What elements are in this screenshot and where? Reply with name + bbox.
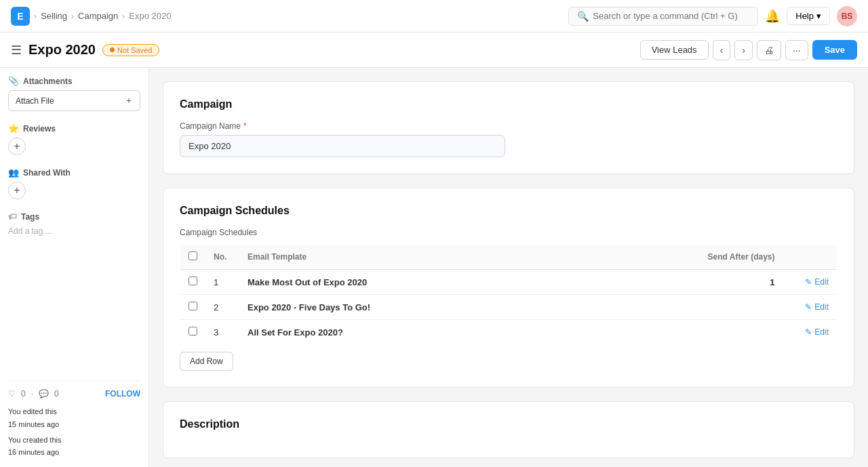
edit-icon: ✎ — [805, 302, 812, 312]
tags-title: 🏷 Tags — [8, 211, 140, 222]
row-edit-cell: ✎ Edit — [783, 295, 837, 320]
schedules-label: Campaign Schedules — [180, 228, 837, 237]
notifications-button[interactable]: 🔔 — [765, 9, 780, 24]
select-all-checkbox[interactable] — [189, 251, 197, 260]
sep-3: › — [122, 12, 125, 21]
status-badge-label: Not Saved — [117, 46, 152, 54]
add-tag-input[interactable]: Add a tag ... — [8, 226, 52, 236]
col-header-edit — [783, 245, 837, 270]
sidebar: 📎 Attachments Attach File ＋ ⭐ Reviews + … — [0, 68, 149, 467]
schedules-card: Campaign Schedules Campaign Schedules No… — [163, 188, 854, 388]
campaign-name-label: Campaign Name * — [180, 121, 837, 131]
edit-icon: ✎ — [805, 277, 812, 287]
save-button[interactable]: Save — [812, 40, 857, 60]
campaign-card-title: Campaign — [180, 98, 837, 110]
main-content: Campaign Campaign Name * Campaign Schedu… — [149, 68, 868, 467]
row-edit-cell: ✎ Edit — [783, 270, 837, 295]
row-checkbox[interactable] — [189, 277, 197, 285]
page-title: Expo 2020 — [28, 42, 96, 58]
col-header-check — [180, 245, 206, 270]
sidebar-toggle-button[interactable]: ☰ — [11, 43, 22, 58]
follow-button[interactable]: FOLLOW — [105, 389, 140, 399]
tags-icon: 🏷 — [8, 211, 17, 222]
breadcrumb-area: E › Selling › Campaign › Expo 2020 — [11, 7, 171, 26]
sidebar-footer: ♡ 0 · 💬 0 FOLLOW You edited this 15 minu… — [8, 380, 140, 459]
row-edit-cell: ✎ Edit — [783, 320, 837, 345]
row-check-cell — [180, 270, 206, 295]
row-send-after — [648, 320, 783, 345]
attachments-section: 📎 Attachments Attach File ＋ — [8, 76, 140, 111]
row-check-cell — [180, 295, 206, 320]
row-no: 2 — [205, 295, 239, 320]
row-checkbox[interactable] — [189, 302, 197, 310]
campaign-card: Campaign Campaign Name * — [163, 81, 854, 174]
attach-file-plus-icon: ＋ — [125, 95, 133, 106]
print-button[interactable]: 🖨 — [757, 40, 781, 60]
breadcrumb-campaign[interactable]: Campaign — [78, 11, 118, 21]
add-row-button[interactable]: Add Row — [180, 352, 233, 371]
status-badge: Not Saved — [102, 44, 159, 56]
more-options-button[interactable]: ··· — [785, 40, 808, 60]
comment-icon: 💬 — [39, 389, 49, 399]
row-template: Expo 2020 - Five Days To Go! — [239, 295, 648, 320]
reviews-title: ⭐ Reviews — [8, 123, 140, 134]
edit-link[interactable]: ✎ Edit — [791, 327, 829, 337]
page-header-left: ☰ Expo 2020 Not Saved — [11, 42, 159, 58]
tags-section: 🏷 Tags Add a tag ... — [8, 211, 140, 236]
sidebar-activity: You edited this 15 minutes ago You creat… — [8, 405, 140, 459]
like-icon: ♡ — [8, 389, 16, 399]
table-row: 3 All Set For Expo 2020? ✎ Edit — [180, 320, 837, 345]
prev-button[interactable]: ‹ — [713, 40, 731, 60]
row-no: 1 — [205, 270, 239, 295]
campaign-name-input[interactable] — [180, 135, 505, 157]
reviews-icon: ⭐ — [8, 123, 19, 134]
likes-count: 0 — [21, 389, 26, 399]
row-no: 3 — [205, 320, 239, 345]
reviews-section: ⭐ Reviews + — [8, 123, 140, 155]
app-icon[interactable]: E — [11, 7, 30, 26]
help-button[interactable]: Help ▾ — [787, 7, 830, 25]
avatar[interactable]: BS — [837, 6, 857, 26]
add-review-button[interactable]: + — [8, 138, 26, 155]
sidebar-stats: ♡ 0 · 💬 0 FOLLOW — [8, 389, 140, 399]
row-checkbox[interactable] — [189, 327, 197, 336]
sep-1: › — [34, 12, 37, 21]
activity-item-2: You created this 16 minutes ago — [8, 434, 140, 459]
help-chevron-icon: ▾ — [816, 11, 821, 21]
attach-file-button[interactable]: Attach File ＋ — [8, 90, 140, 111]
shared-with-section: 👥 Shared With + — [8, 167, 140, 199]
col-header-no: No. — [205, 245, 239, 270]
edit-link[interactable]: ✎ Edit — [791, 277, 829, 287]
breadcrumb-selling[interactable]: Selling — [41, 11, 67, 21]
breadcrumb-current: Expo 2020 — [129, 11, 171, 21]
attachments-title: 📎 Attachments — [8, 76, 140, 86]
row-template: All Set For Expo 2020? — [239, 320, 648, 345]
attachments-icon: 📎 — [8, 76, 19, 86]
schedules-table: No. Email Template Send After (days) 1 M… — [180, 244, 837, 345]
schedules-card-title: Campaign Schedules — [180, 205, 837, 217]
comments-count: 0 — [54, 389, 59, 399]
sep-2: › — [71, 12, 74, 21]
add-shared-button[interactable]: + — [8, 182, 26, 199]
search-bar[interactable]: 🔍 — [568, 7, 758, 26]
row-template: Make Most Out of Expo 2020 — [239, 270, 648, 295]
shared-with-icon: 👥 — [8, 167, 19, 178]
shared-with-title: 👥 Shared With — [8, 167, 140, 178]
next-button[interactable]: › — [734, 40, 753, 60]
search-input[interactable] — [593, 11, 749, 21]
col-header-email-template: Email Template — [239, 245, 648, 270]
dot-sep: · — [31, 389, 33, 399]
table-row: 1 Make Most Out of Expo 2020 1 ✎ Edit — [180, 270, 837, 295]
help-label: Help — [795, 11, 814, 21]
top-nav-right: 🔍 🔔 Help ▾ BS — [568, 6, 857, 26]
row-check-cell — [180, 320, 206, 345]
not-saved-dot — [110, 47, 115, 52]
col-header-send-after: Send After (days) — [648, 245, 783, 270]
edit-link[interactable]: ✎ Edit — [791, 302, 829, 312]
view-leads-button[interactable]: View Leads — [640, 40, 709, 60]
table-row: 2 Expo 2020 - Five Days To Go! ✎ Edit — [180, 295, 837, 320]
edit-icon: ✎ — [805, 327, 812, 337]
description-card-title: Description — [180, 418, 837, 430]
activity-item-1: You edited this 15 minutes ago — [8, 405, 140, 430]
description-card: Description — [163, 401, 854, 458]
